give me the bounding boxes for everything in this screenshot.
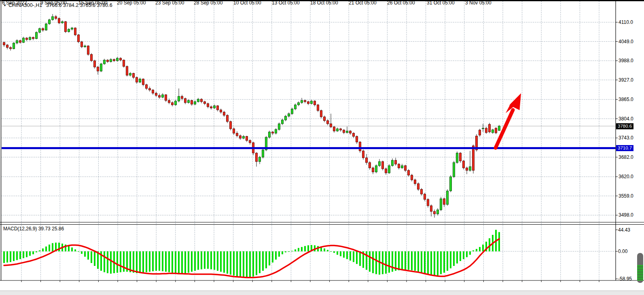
price-tick-label: 3682.0 [619, 154, 633, 160]
time-tick-label: 28 Sep 05:00 [194, 0, 222, 6]
current-price-tag: 3780.6 [616, 123, 633, 129]
time-tick-label: 21 Oct 05:00 [349, 0, 377, 6]
price-tick-label: 3559.0 [619, 193, 633, 199]
chart-window: ▼CHINA300-,H13766.6 3784.2 3765.6 3780.6… [0, 0, 644, 295]
time-tick-label: 10 Oct 05:00 [233, 0, 261, 6]
price-tick-label: 3988.0 [619, 58, 633, 63]
indicator-label: MACD(12,26,9) 39.73 25.86 [3, 226, 64, 232]
time-tick-label: 6 Sep 2022 [2, 0, 27, 6]
price-tick-label: 4110.0 [619, 19, 633, 25]
price-tick-label: 3865.0 [619, 97, 633, 102]
macd-tick-label: 44.43 [618, 227, 630, 233]
trend-arrow-annotation[interactable] [496, 93, 521, 148]
time-tick-label: 3 Nov 05:00 [465, 0, 491, 6]
time-tick-label: 15 Sep 05:00 [78, 0, 107, 6]
scrollbar-grip-icon [637, 265, 643, 280]
time-tick-label: 23 Sep 05:00 [155, 0, 184, 6]
macd-tick-label: 0.00 [618, 249, 627, 254]
panel-borders [0, 0, 644, 282]
time-tick-label: 18 Oct 05:00 [310, 0, 338, 6]
support-line-price-tag: 3710.7 [616, 145, 633, 151]
price-tick-label: 3620.0 [619, 174, 633, 179]
price-tick-label: 3927.0 [619, 77, 633, 83]
price-tick-label: 3498.0 [619, 212, 633, 218]
time-tick-label: 26 Oct 05:00 [387, 0, 415, 6]
window-bottom-strip [0, 291, 644, 295]
macd-histogram [3, 230, 500, 278]
chart-canvas[interactable] [0, 0, 644, 295]
price-tick-label: 3743.0 [619, 135, 633, 141]
time-tick-label: 9 Sep 05:00 [40, 0, 67, 6]
macd-tick-label: -58.95 [618, 276, 632, 282]
grid-lines [2, 1, 616, 280]
time-tick-label: 20 Sep 05:00 [117, 0, 146, 6]
price-tick-label: 3804.0 [619, 116, 633, 122]
price-tick-label: 4049.0 [619, 39, 633, 44]
time-tick-label: 31 Oct 05:00 [427, 0, 455, 6]
time-tick-label: 13 Oct 05:00 [272, 0, 300, 6]
scrollbar-thumb[interactable] [637, 253, 643, 283]
